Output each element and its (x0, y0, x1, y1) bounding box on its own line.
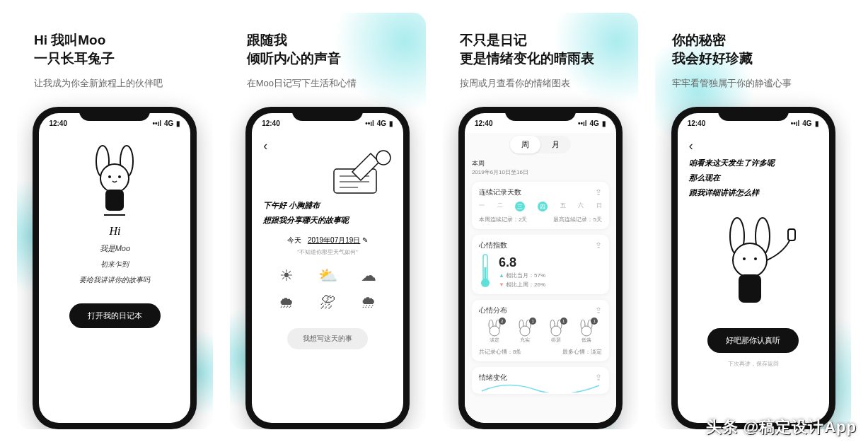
edit-icon[interactable]: ✎ (362, 236, 368, 244)
svg-point-26 (581, 326, 591, 336)
vs-week: 相比上周：26% (506, 281, 545, 288)
writing-illustration (321, 148, 392, 197)
phone-frame: 12:40 ••ıl 4G ▮ ‹ 下午好 小胸脯布 想跟我分享哪天的故事呢 (245, 107, 410, 429)
segment-week[interactable]: 周 (510, 136, 540, 153)
signal-icon: ••ıl (152, 120, 161, 127)
thermometer-icon (479, 253, 492, 289)
dist-item: 2 淡定 (485, 320, 504, 344)
share-icon[interactable]: ⇪ (595, 240, 602, 250)
open-diary-button[interactable]: 打开我的日记本 (69, 303, 161, 328)
subtitle: 在Moo日记写下生活和心情 (247, 77, 409, 90)
share-icon[interactable]: ⇪ (595, 373, 602, 383)
subtitle: 牢牢看管独属于你的静谧心事 (672, 77, 834, 90)
intro-line-1: 我是Moo (100, 243, 130, 254)
share-icon[interactable]: ⇪ (595, 306, 602, 315)
signal-icon: ••ıl (365, 120, 374, 127)
svg-point-31 (754, 257, 757, 260)
bunny-illustration (83, 143, 146, 221)
status-time: 12:40 (475, 120, 493, 127)
bunny-mood-icon: 1 (547, 320, 565, 337)
greeting-hi: Hi (109, 225, 120, 238)
phone-screen: 12:40 ••ıl 4G ▮ 周 月 本周 2019年6月10日至16日 连续… (465, 113, 616, 423)
secret-line-1: 咱看来这天发生了许多呢 (689, 158, 775, 168)
network-label: 4G (590, 120, 599, 127)
phone-notch (79, 107, 150, 121)
phone-screen: 12:40 ••ıl 4G ▮ Hi 我是Moo (39, 113, 190, 423)
weather-storm-icon[interactable]: ⛈ (315, 293, 340, 313)
this-week-label: 本周 (472, 159, 485, 168)
streak-value: 2天 (519, 216, 527, 223)
period-segmented-control[interactable]: 周 月 (510, 136, 571, 153)
status-time: 12:40 (688, 120, 706, 127)
save-hint[interactable]: 下次再讲，保存返回 (728, 360, 779, 368)
mood-index-panel: 心情指数 ⇪ 6.8 ▲ 相比当月：57% ▼ 相比上周：26% (472, 235, 609, 294)
promo-card-2: 跟随我 倾听内心的声音 在Moo日记写下生活和心情 12:40 ••ıl 4G … (230, 13, 426, 429)
segment-month[interactable]: 月 (540, 136, 571, 153)
network-label: 4G (377, 120, 386, 127)
svg-point-17 (490, 326, 499, 336)
weather-hint: "不知道你那里天气如何" (297, 248, 358, 256)
trend-title: 情绪变化 (479, 373, 507, 383)
promo-card-4: 你的秘密 我会好好珍藏 牢牢看管独属于你的静谧心事 12:40 ••ıl 4G … (655, 13, 851, 429)
listen-button[interactable]: 好吧那你认真听 (707, 328, 799, 353)
day-tue: 二 (497, 202, 503, 211)
watermark: 头条 @稿定设计App (706, 417, 857, 438)
phone-screen: 12:40 ••ıl 4G ▮ ‹ 下午好 小胸脯布 想跟我分享哪天的故事呢 (252, 113, 403, 423)
svg-point-20 (520, 326, 530, 336)
weather-sunny-icon[interactable]: ☀ (274, 266, 299, 286)
days-row: 一 二 三 四 五 六 日 (479, 202, 602, 211)
weather-snow-icon[interactable]: 🌨 (356, 293, 381, 313)
bunny-phone-illustration (707, 216, 799, 315)
svg-rect-32 (739, 274, 761, 303)
battery-icon: ▮ (176, 120, 180, 127)
back-icon[interactable]: ‹ (689, 139, 693, 153)
battery-icon: ▮ (389, 120, 393, 127)
promo-card-1: Hi 我叫Moo 一只长耳兔子 让我成为你全新旅程上的伙伴吧 12:40 ••ı… (17, 13, 213, 429)
mood-score: 6.8 (499, 255, 545, 270)
phone-frame: 12:40 ••ıl 4G ▮ 周 月 本周 2019年6月10日至16日 连续… (458, 107, 623, 429)
card-heading: 你的秘密 我会好好珍藏 牢牢看管独属于你的静谧心事 (655, 31, 851, 90)
back-icon[interactable]: ‹ (263, 139, 267, 153)
date-row[interactable]: 今天 2019年07月19日 ✎ (287, 235, 368, 245)
battery-icon: ▮ (602, 120, 606, 127)
dist-label: 得瑟 (551, 337, 561, 344)
status-time: 12:40 (49, 120, 67, 127)
day-sun: 日 (596, 202, 602, 211)
network-label: 4G (802, 120, 811, 127)
dist-item: 1 充实 (516, 320, 534, 344)
network-label: 4G (164, 120, 173, 127)
signal-icon: ••ıl (791, 120, 800, 127)
weather-cloudy-icon[interactable]: ☁ (356, 266, 381, 286)
dist-label: 充实 (520, 337, 530, 344)
day-thu: 四 (538, 202, 548, 211)
day-sat: 六 (578, 202, 584, 211)
dist-item: 1 得瑟 (547, 320, 565, 344)
phone-notch (505, 107, 576, 121)
total-label: 共记录心情： (479, 349, 513, 355)
distribution-row: 2 淡定 1 充实 1 得瑟 1 低落 (479, 320, 602, 344)
weather-partly-cloudy-icon[interactable]: ⛅ (315, 266, 340, 286)
day-mon: 一 (479, 202, 485, 211)
subtitle: 让我成为你全新旅程上的伙伴吧 (34, 77, 196, 90)
svg-point-23 (551, 326, 561, 336)
greeting-text: 下午好 小胸脯布 (263, 200, 320, 211)
share-icon[interactable]: ⇪ (595, 187, 602, 197)
dist-item: 1 低落 (577, 320, 596, 344)
title-line-1: 不只是日记 (460, 31, 622, 50)
title-line-2: 倾听内心的声音 (247, 50, 409, 68)
most-label: 最多心情： (562, 349, 591, 355)
svg-point-3 (108, 175, 111, 178)
streak-title: 连续记录天数 (479, 187, 521, 197)
svg-point-29 (733, 243, 767, 277)
card-heading: 不只是日记 更是情绪变化的晴雨表 按周或月查看你的情绪图表 (443, 31, 639, 90)
best-value: 5天 (593, 216, 601, 223)
total-value: 8条 (513, 349, 521, 355)
streak-label: 本周连续记录： (479, 216, 519, 223)
card-heading: 跟随我 倾听内心的声音 在Moo日记写下生活和心情 (230, 31, 426, 90)
up-arrow-icon: ▲ (499, 272, 506, 279)
write-entry-button[interactable]: 我想写这天的事 (287, 328, 368, 349)
weather-rain-icon[interactable]: 🌧 (274, 293, 299, 313)
phone-frame: 12:40 ••ıl 4G ▮ Hi 我是Moo (33, 107, 197, 429)
bunny-mood-icon: 1 (577, 320, 596, 337)
dist-label: 淡定 (490, 337, 499, 344)
